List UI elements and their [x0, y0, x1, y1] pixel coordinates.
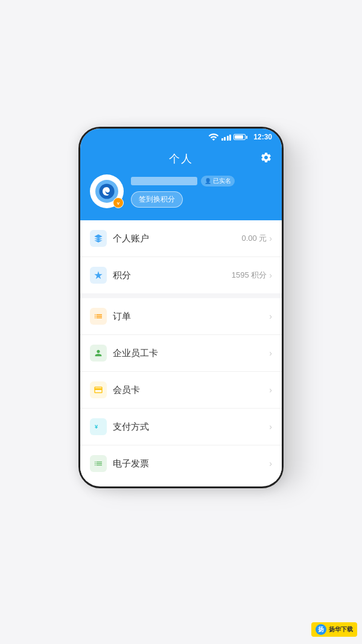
signal-icon — [221, 133, 232, 141]
points-icon — [94, 270, 103, 280]
member-label: 会员卡 — [113, 384, 267, 396]
employee-icon-wrap — [90, 345, 107, 362]
status-icons — [208, 132, 248, 142]
menu-item-payment[interactable]: ¥ 支付方式 › — [80, 409, 282, 445]
wifi-icon — [208, 132, 219, 142]
order-icon — [94, 311, 103, 321]
status-bar: 12:30 — [80, 129, 282, 145]
menu-item-employee-card[interactable]: 企业员工卡 › — [80, 335, 282, 372]
person-icon: 👤 — [205, 178, 211, 184]
employee-icon — [94, 348, 103, 358]
menu-item-account[interactable]: 个人账户 0.00 元 › — [80, 220, 282, 257]
invoice-icon — [94, 459, 103, 468]
watermark-label: 扬华下载 — [329, 625, 353, 634]
payment-icon: ¥ — [94, 422, 103, 432]
account-value: 0.00 元 — [241, 233, 267, 244]
settings-icon[interactable] — [260, 151, 272, 167]
username-row: 👤 已实名 — [131, 176, 272, 187]
user-profile: v 👤 已实名 签到换积分 — [90, 174, 272, 208]
watermark-logo: 扬 — [316, 624, 326, 635]
phone-frame: 12:30 个人 — [78, 127, 284, 488]
member-icon — [94, 385, 103, 395]
status-time: 12:30 — [253, 133, 272, 141]
menu-section-2: 订单 › 企业员工卡 › — [80, 298, 282, 482]
battery-icon — [233, 134, 247, 140]
app-title-row: 个人 — [90, 151, 272, 166]
order-label: 订单 — [113, 311, 267, 322]
points-label: 积分 — [113, 270, 232, 281]
account-chevron: › — [269, 234, 272, 243]
payment-icon-wrap: ¥ — [90, 418, 107, 435]
menu-section-1: 个人账户 0.00 元 › 积分 1595 积分 › — [80, 220, 282, 293]
order-chevron: › — [269, 311, 272, 321]
phone-mockup: 12:30 个人 — [78, 127, 284, 488]
svg-text:¥: ¥ — [95, 424, 98, 430]
points-chevron: › — [269, 270, 272, 280]
menu-item-order[interactable]: 订单 › — [80, 298, 282, 335]
menu-item-member-card[interactable]: 会员卡 › — [80, 372, 282, 409]
app-header: 个人 — [80, 145, 282, 220]
payment-label: 支付方式 — [113, 421, 267, 433]
order-icon-wrap — [90, 308, 107, 325]
payment-chevron: › — [269, 422, 272, 432]
points-icon-wrap — [90, 267, 107, 284]
avatar-wrap: v — [90, 174, 124, 208]
vip-badge: v — [113, 197, 124, 208]
account-label: 个人账户 — [113, 233, 241, 244]
content-area: 个人账户 0.00 元 › 积分 1595 积分 › — [80, 220, 282, 482]
employee-label: 企业员工卡 — [113, 348, 267, 359]
points-value: 1595 积分 — [232, 270, 267, 281]
app-title: 个人 — [169, 151, 193, 166]
member-icon-wrap — [90, 381, 107, 398]
member-chevron: › — [269, 385, 272, 395]
invoice-label: 电子发票 — [113, 458, 267, 470]
vip-text: v — [117, 200, 119, 206]
employee-chevron: › — [269, 348, 272, 358]
user-info: 👤 已实名 签到换积分 — [131, 176, 272, 208]
account-icon-wrap — [90, 230, 107, 247]
menu-item-invoice[interactable]: 电子发票 › — [80, 445, 282, 482]
invoice-icon-wrap — [90, 455, 107, 472]
verified-badge: 👤 已实名 — [201, 176, 235, 187]
checkin-button[interactable]: 签到换积分 — [131, 191, 183, 208]
verified-text: 已实名 — [213, 177, 231, 185]
watermark: 扬 扬华下载 — [311, 622, 357, 637]
account-icon — [94, 234, 103, 243]
invoice-chevron: › — [269, 459, 272, 468]
avatar-logo — [98, 183, 115, 200]
username-blur — [131, 177, 197, 185]
menu-item-points[interactable]: 积分 1595 积分 › — [80, 257, 282, 293]
